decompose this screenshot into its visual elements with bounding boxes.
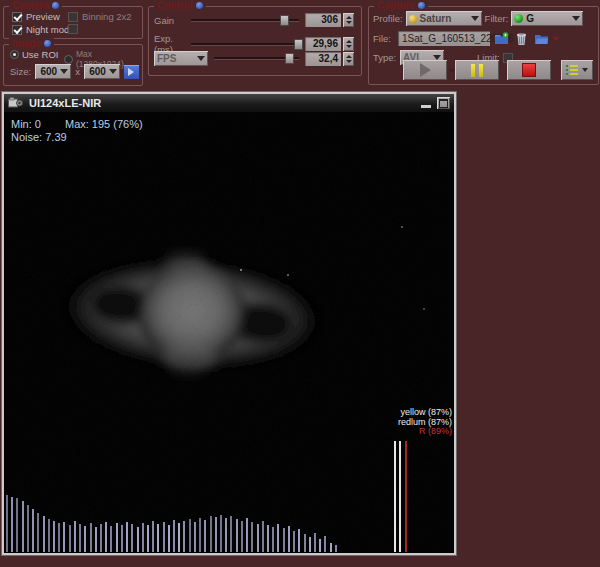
preview-window-title: UI124xLE-NIR	[29, 97, 101, 109]
camera-help-icon[interactable]	[52, 2, 59, 9]
pause-button[interactable]	[455, 60, 499, 80]
extra-checkbox[interactable]	[68, 24, 78, 34]
spin-down-icon	[346, 45, 352, 48]
capture-panel-title: Capture	[374, 0, 428, 11]
size-width-value: 600	[38, 66, 57, 77]
filter-color-icon	[514, 14, 523, 23]
exposure-slider-thumb[interactable]	[294, 39, 303, 50]
file-label: File:	[373, 33, 395, 44]
image-panel: Image Use ROI Max (1280x1024) Size: 600 …	[3, 44, 143, 86]
image-help-icon[interactable]	[44, 40, 51, 47]
binning-checkbox[interactable]	[68, 12, 78, 22]
list-menu-arrow-icon	[582, 68, 588, 72]
max-res-radio[interactable]	[64, 55, 73, 64]
stop-icon	[522, 63, 536, 77]
preview-window: UI124xLE-NIR	[2, 92, 456, 555]
filter-label: Filter:	[485, 13, 509, 24]
histogram-marker-line	[405, 441, 407, 552]
capture-help-icon[interactable]	[418, 2, 425, 9]
open-folder-icon	[534, 33, 549, 45]
firecapture-app: Camera Preview Binning 2x2 Night mode Im…	[0, 0, 600, 567]
gain-slider[interactable]	[191, 15, 299, 26]
chevron-down-icon	[60, 69, 68, 74]
camera-panel-title: Camera	[9, 0, 62, 11]
folder-menu-arrow-icon[interactable]	[553, 37, 559, 41]
fps-spinner[interactable]	[343, 52, 354, 66]
histogram-marker-line	[399, 441, 401, 552]
chevron-down-icon	[109, 69, 117, 74]
fps-slider-thumb[interactable]	[285, 53, 294, 64]
apply-size-button[interactable]	[124, 65, 139, 79]
preview-window-titlebar[interactable]: UI124xLE-NIR	[4, 94, 454, 112]
histogram-marker-line	[394, 441, 396, 552]
preview-label: Preview	[26, 11, 60, 22]
exposure-value[interactable]: 29,96	[305, 37, 341, 51]
list-icon	[566, 65, 578, 75]
play-button[interactable]	[403, 60, 447, 80]
histogram-marker-lines	[4, 112, 454, 553]
chevron-down-icon	[572, 16, 580, 21]
new-folder-icon	[494, 32, 509, 45]
camera-panel: Camera Preview Binning 2x2 Night mode	[3, 6, 143, 39]
spin-up-icon	[346, 55, 352, 58]
image-panel-title: Image	[9, 38, 54, 49]
profile-planet-icon	[409, 15, 417, 23]
fps-dropdown[interactable]: FPS	[154, 51, 208, 66]
maximize-icon	[439, 99, 448, 108]
control-panel-title: Control	[154, 0, 206, 11]
use-roi-label: Use ROI	[22, 49, 58, 60]
spin-up-icon	[346, 16, 352, 19]
fps-dropdown-value: FPS	[157, 53, 194, 64]
profile-label: Profile:	[373, 13, 403, 24]
play-icon	[420, 63, 431, 77]
capture-list-button[interactable]	[561, 60, 593, 80]
chevron-down-icon	[197, 56, 205, 61]
night-mode-checkbox[interactable]	[12, 25, 22, 35]
profile-value: Saturn	[420, 13, 468, 24]
control-help-icon[interactable]	[196, 2, 203, 9]
filter-dropdown[interactable]: G	[511, 11, 583, 26]
capture-title-text: Capture	[377, 0, 415, 11]
maximize-button[interactable]	[437, 97, 450, 109]
trash-icon	[515, 32, 528, 46]
gain-value[interactable]: 306	[305, 13, 341, 27]
minimize-button[interactable]	[421, 105, 431, 108]
delete-file-button[interactable]	[513, 31, 530, 46]
fps-value[interactable]: 32,4	[305, 52, 341, 66]
filter-value: G	[526, 13, 569, 24]
fps-slider[interactable]	[214, 53, 300, 64]
exposure-slider[interactable]	[191, 39, 299, 50]
size-height-value: 600	[87, 66, 106, 77]
histogram-marker-label: R (89%)	[398, 427, 452, 437]
profile-dropdown[interactable]: Saturn	[406, 11, 482, 26]
file-name-field[interactable]: 1Sat_G_160513_220716	[398, 31, 490, 46]
control-title-text: Control	[157, 0, 193, 11]
size-height-dropdown[interactable]: 600	[84, 64, 120, 79]
camera-window-icon	[8, 97, 23, 109]
spin-down-icon	[346, 21, 352, 24]
slider-track	[191, 43, 299, 45]
gain-spinner[interactable]	[343, 13, 354, 27]
use-roi-radio[interactable]	[10, 50, 19, 59]
binning-label: Binning 2x2	[82, 11, 132, 22]
spin-down-icon	[346, 60, 352, 63]
preview-content: Min: 0 Max: 195 (76%) Noise: 7.39 yellow…	[4, 112, 454, 553]
capture-panel: Capture Profile: Saturn Filter: G File: …	[368, 6, 599, 85]
histogram-marker-labels: yellow (87%)redlum (87%)R (89%)	[398, 408, 452, 437]
preview-checkbox[interactable]	[12, 12, 22, 22]
arrow-right-icon	[128, 68, 134, 76]
chevron-down-icon	[471, 16, 479, 21]
size-separator: x	[75, 66, 80, 77]
image-title-text: Image	[12, 38, 41, 49]
new-folder-button[interactable]	[493, 31, 510, 46]
camera-title-text: Camera	[12, 0, 49, 11]
size-width-dropdown[interactable]: 600	[35, 64, 71, 79]
type-label: Type:	[373, 52, 397, 63]
control-panel: Control Gain 306 Exp. (ms) 29,96	[148, 6, 362, 76]
gain-slider-thumb[interactable]	[280, 15, 289, 26]
open-folder-button[interactable]	[533, 31, 550, 46]
pause-icon	[471, 64, 483, 77]
spin-up-icon	[346, 40, 352, 43]
stop-record-button[interactable]	[507, 60, 551, 80]
exposure-spinner[interactable]	[343, 37, 354, 51]
